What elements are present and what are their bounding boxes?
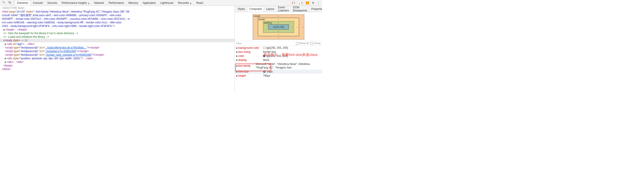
computed-prop-background-color[interactable]: ▶background-colorrgb(255, 255, 255)	[235, 46, 322, 50]
message-badge[interactable]: 1	[305, 1, 310, 5]
side-tab-styles[interactable]: Styles	[236, 7, 247, 12]
side-tab-layout[interactable]: Layout	[264, 7, 276, 12]
tab-elements[interactable]: Elements	[14, 0, 31, 6]
side-tab-properties[interactable]: Properties	[309, 7, 322, 12]
side-tab-event-listeners[interactable]: Event Listeners	[276, 6, 291, 13]
more-icon[interactable]: ⋮	[316, 1, 321, 5]
settings-icon[interactable]: ⚙	[310, 1, 316, 5]
tab-console[interactable]: Console	[31, 1, 45, 6]
box-model: margin – – – border – – – padding – – –	[235, 12, 322, 41]
expand-arrow-icon[interactable]: ▶	[236, 74, 238, 78]
tab-performance[interactable]: Performance	[106, 1, 126, 6]
inspect-icon[interactable]	[1, 1, 7, 5]
tab-network[interactable]: Network	[92, 1, 106, 6]
script-2-link[interactable]: ./js/global.js?v=83081580	[46, 50, 76, 53]
side-tab-computed[interactable]: Computed	[247, 6, 264, 12]
prop-name: font-family	[238, 64, 256, 68]
doctype-line: <!DOCTYPE html>	[2, 7, 24, 10]
expand-arrow-icon[interactable]: ▶	[236, 64, 238, 68]
html-close: </html>	[2, 68, 11, 71]
prop-name: background-color	[238, 46, 263, 50]
computed-prop-height[interactable]: ▶height765px	[235, 74, 322, 78]
prop-value: →14px	[263, 70, 273, 73]
tab-performance-insights[interactable]: Performance insights ▲	[60, 1, 92, 6]
html-style-l4: rror-color:#e96149; --warning-color:#dd9…	[2, 21, 122, 24]
filter-input[interactable]: Filter	[236, 42, 242, 45]
warning-badge[interactable]: ▲9	[297, 1, 304, 5]
show-all-checkbox[interactable]: Show all	[296, 42, 309, 45]
comment-2: <!-- Loads and initializes the library -…	[3, 35, 49, 38]
expand-arrow-icon[interactable]: ▶	[236, 54, 238, 58]
device-toggle-icon[interactable]	[7, 1, 12, 5]
box-model-padding-label: padding	[264, 22, 272, 24]
styles-side-panel: Styles Computed Layout Event Listeners D…	[234, 6, 322, 91]
color-swatch-icon	[263, 47, 265, 49]
computed-prop-font-size[interactable]: ▶font-size→14px	[235, 70, 322, 74]
go-to-source-icon[interactable]: →	[263, 70, 266, 73]
color-swatch-icon	[263, 55, 265, 57]
prop-value: 765px	[263, 74, 270, 78]
prop-value: block	[263, 58, 269, 62]
prop-value: rgb(255, 255, 255)	[263, 46, 288, 50]
box-model-margin-label: margin	[254, 15, 260, 17]
prop-name: font-size	[238, 70, 263, 73]
prop-value: rgb(102, 102, 102)	[263, 54, 288, 58]
computed-prop-display[interactable]: ▶displayblock	[235, 58, 322, 62]
separator	[14, 1, 14, 5]
prop-name: color	[238, 54, 263, 58]
elements-tree[interactable]: <!DOCTYPE html> <html lang="zh-CN" style…	[0, 6, 234, 91]
error-badge[interactable]: ⊗2	[290, 1, 296, 5]
comment-1: <!-- Sets the basepath for the library i…	[3, 32, 78, 35]
computed-prop-font-family[interactable]: ▶font-familyMicrosoft YaHei", "Helvetica…	[235, 62, 322, 70]
html-style-l2: crosoft YaHei","微软雅黑",Arial,sans-serif; …	[2, 14, 122, 17]
tab-sources[interactable]: Sources	[45, 1, 60, 6]
devtools-top-tabs: Elements Console Sources Performance ins…	[0, 0, 322, 6]
prop-value: Microsoft YaHei", "Helvetica Neue", Helv…	[256, 62, 321, 69]
script-1-link[interactable]: ../static/dll/vendor.dll.js?04c6bdc…	[46, 46, 87, 49]
tab-memory[interactable]: Memory	[126, 1, 140, 6]
prop-name: box-sizing	[238, 50, 263, 54]
tab-recorder[interactable]: Recorder ▲	[176, 1, 194, 6]
tab-lighthouse[interactable]: Lighthouse	[158, 1, 176, 6]
box-model-content: 1423×765	[268, 25, 289, 30]
side-tabs: Styles Computed Layout Event Listeners D…	[235, 6, 322, 12]
expand-arrow-icon[interactable]: ▶	[236, 70, 238, 73]
html-style-l3: #00A6FF; --bread-color:#007ec2; --info-c…	[2, 17, 130, 21]
prop-name: height	[238, 74, 263, 78]
expand-arrow-icon[interactable]: ▶	[236, 58, 238, 62]
tab-react[interactable]: React	[194, 1, 206, 6]
expand-arrow-icon[interactable]: ▶	[236, 50, 238, 54]
prop-name: display	[238, 58, 263, 62]
computed-prop-color[interactable]: ▶colorrgb(102, 102, 102)	[235, 54, 322, 58]
side-tab-dom-breakpoints[interactable]: DOM Breakpoints	[291, 6, 309, 13]
computed-properties-list[interactable]: 单击箭头，查看font-size来源class ▶background-colo…	[235, 46, 322, 91]
expand-arrow-icon[interactable]: ▶	[236, 46, 238, 50]
group-checkbox[interactable]: Group	[310, 42, 321, 45]
script-3-link[interactable]: ./js/plan_task_manage.js?v=83081580	[46, 53, 92, 56]
tab-application[interactable]: Application	[140, 1, 158, 6]
body-element-selected[interactable]: ⋯ ▼<body style> == $0	[0, 39, 234, 42]
computed-filter-row: Filter Show all Group	[235, 41, 322, 46]
prop-value: border-box	[263, 50, 276, 54]
box-model-border-label: border	[259, 18, 265, 21]
computed-prop-box-sizing[interactable]: ▶box-sizingborder-box	[235, 50, 322, 54]
body-close: </body>	[3, 64, 13, 67]
